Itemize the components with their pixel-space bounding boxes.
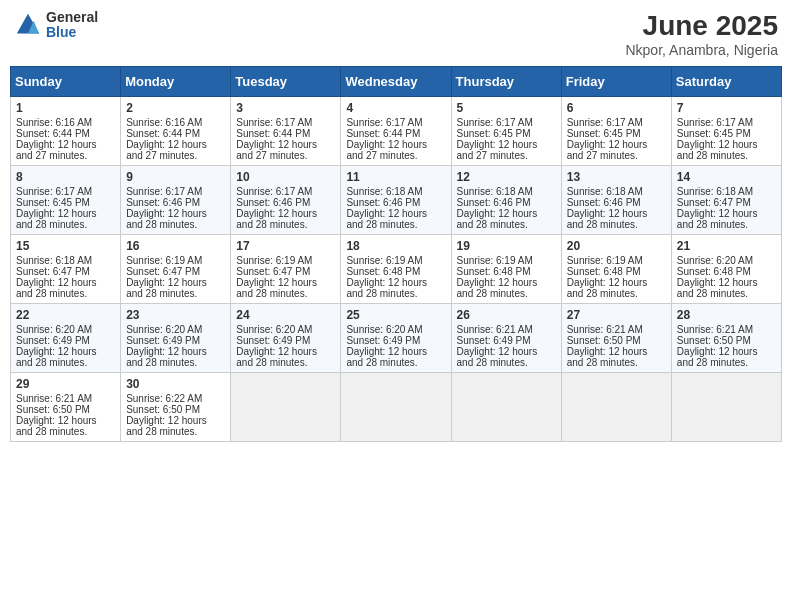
sunset-text: Sunset: 6:48 PM	[457, 266, 531, 277]
daylight-text: Daylight: 12 hours and 27 minutes.	[236, 139, 317, 161]
sunset-text: Sunset: 6:50 PM	[16, 404, 90, 415]
daylight-text: Daylight: 12 hours and 27 minutes.	[126, 139, 207, 161]
calendar-cell: 29 Sunrise: 6:21 AM Sunset: 6:50 PM Dayl…	[11, 373, 121, 442]
calendar-cell	[341, 373, 451, 442]
day-number: 13	[567, 170, 666, 184]
day-number: 29	[16, 377, 115, 391]
page-header: General Blue June 2025 Nkpor, Anambra, N…	[10, 10, 782, 58]
day-number: 11	[346, 170, 445, 184]
daylight-text: Daylight: 12 hours and 28 minutes.	[457, 346, 538, 368]
logo-icon	[14, 11, 42, 39]
day-number: 19	[457, 239, 556, 253]
calendar-cell: 19 Sunrise: 6:19 AM Sunset: 6:48 PM Dayl…	[451, 235, 561, 304]
sunset-text: Sunset: 6:47 PM	[677, 197, 751, 208]
calendar-cell: 11 Sunrise: 6:18 AM Sunset: 6:46 PM Dayl…	[341, 166, 451, 235]
sunrise-text: Sunrise: 6:21 AM	[457, 324, 533, 335]
sunrise-text: Sunrise: 6:19 AM	[126, 255, 202, 266]
sunset-text: Sunset: 6:47 PM	[236, 266, 310, 277]
sunset-text: Sunset: 6:44 PM	[236, 128, 310, 139]
day-number: 8	[16, 170, 115, 184]
sunrise-text: Sunrise: 6:17 AM	[457, 117, 533, 128]
sunset-text: Sunset: 6:50 PM	[677, 335, 751, 346]
calendar-cell	[561, 373, 671, 442]
day-number: 17	[236, 239, 335, 253]
calendar-cell: 28 Sunrise: 6:21 AM Sunset: 6:50 PM Dayl…	[671, 304, 781, 373]
sunset-text: Sunset: 6:44 PM	[16, 128, 90, 139]
sunrise-text: Sunrise: 6:18 AM	[346, 186, 422, 197]
sunset-text: Sunset: 6:47 PM	[16, 266, 90, 277]
day-number: 28	[677, 308, 776, 322]
day-header-friday: Friday	[561, 67, 671, 97]
sunset-text: Sunset: 6:49 PM	[126, 335, 200, 346]
daylight-text: Daylight: 12 hours and 28 minutes.	[236, 277, 317, 299]
daylight-text: Daylight: 12 hours and 28 minutes.	[567, 277, 648, 299]
day-number: 14	[677, 170, 776, 184]
day-number: 30	[126, 377, 225, 391]
daylight-text: Daylight: 12 hours and 28 minutes.	[677, 346, 758, 368]
sunset-text: Sunset: 6:46 PM	[346, 197, 420, 208]
daylight-text: Daylight: 12 hours and 28 minutes.	[16, 277, 97, 299]
day-number: 21	[677, 239, 776, 253]
daylight-text: Daylight: 12 hours and 28 minutes.	[236, 346, 317, 368]
daylight-text: Daylight: 12 hours and 28 minutes.	[457, 208, 538, 230]
calendar-cell: 24 Sunrise: 6:20 AM Sunset: 6:49 PM Dayl…	[231, 304, 341, 373]
sunset-text: Sunset: 6:46 PM	[567, 197, 641, 208]
day-number: 22	[16, 308, 115, 322]
sunrise-text: Sunrise: 6:18 AM	[677, 186, 753, 197]
daylight-text: Daylight: 12 hours and 28 minutes.	[346, 277, 427, 299]
sunset-text: Sunset: 6:49 PM	[457, 335, 531, 346]
sunset-text: Sunset: 6:44 PM	[126, 128, 200, 139]
daylight-text: Daylight: 12 hours and 28 minutes.	[567, 208, 648, 230]
calendar-cell	[231, 373, 341, 442]
daylight-text: Daylight: 12 hours and 28 minutes.	[126, 346, 207, 368]
daylight-text: Daylight: 12 hours and 28 minutes.	[236, 208, 317, 230]
daylight-text: Daylight: 12 hours and 28 minutes.	[126, 208, 207, 230]
sunrise-text: Sunrise: 6:21 AM	[16, 393, 92, 404]
sunset-text: Sunset: 6:45 PM	[16, 197, 90, 208]
sunset-text: Sunset: 6:46 PM	[236, 197, 310, 208]
day-number: 10	[236, 170, 335, 184]
calendar-subtitle: Nkpor, Anambra, Nigeria	[625, 42, 778, 58]
daylight-text: Daylight: 12 hours and 27 minutes.	[346, 139, 427, 161]
calendar-cell: 23 Sunrise: 6:20 AM Sunset: 6:49 PM Dayl…	[121, 304, 231, 373]
sunrise-text: Sunrise: 6:18 AM	[457, 186, 533, 197]
day-number: 4	[346, 101, 445, 115]
sunrise-text: Sunrise: 6:20 AM	[346, 324, 422, 335]
sunset-text: Sunset: 6:45 PM	[457, 128, 531, 139]
logo-blue-text: Blue	[46, 25, 98, 40]
sunrise-text: Sunrise: 6:20 AM	[126, 324, 202, 335]
sunset-text: Sunset: 6:48 PM	[567, 266, 641, 277]
sunset-text: Sunset: 6:49 PM	[346, 335, 420, 346]
sunrise-text: Sunrise: 6:20 AM	[236, 324, 312, 335]
daylight-text: Daylight: 12 hours and 28 minutes.	[346, 346, 427, 368]
daylight-text: Daylight: 12 hours and 28 minutes.	[16, 346, 97, 368]
sunset-text: Sunset: 6:46 PM	[126, 197, 200, 208]
calendar-cell: 14 Sunrise: 6:18 AM Sunset: 6:47 PM Dayl…	[671, 166, 781, 235]
daylight-text: Daylight: 12 hours and 28 minutes.	[567, 346, 648, 368]
sunrise-text: Sunrise: 6:17 AM	[677, 117, 753, 128]
daylight-text: Daylight: 12 hours and 28 minutes.	[126, 415, 207, 437]
day-number: 26	[457, 308, 556, 322]
day-header-tuesday: Tuesday	[231, 67, 341, 97]
calendar-week-2: 8 Sunrise: 6:17 AM Sunset: 6:45 PM Dayli…	[11, 166, 782, 235]
daylight-text: Daylight: 12 hours and 28 minutes.	[457, 277, 538, 299]
sunrise-text: Sunrise: 6:18 AM	[16, 255, 92, 266]
sunrise-text: Sunrise: 6:16 AM	[126, 117, 202, 128]
calendar-cell	[671, 373, 781, 442]
day-header-saturday: Saturday	[671, 67, 781, 97]
sunrise-text: Sunrise: 6:20 AM	[677, 255, 753, 266]
sunrise-text: Sunrise: 6:22 AM	[126, 393, 202, 404]
calendar-cell: 22 Sunrise: 6:20 AM Sunset: 6:49 PM Dayl…	[11, 304, 121, 373]
calendar-cell: 20 Sunrise: 6:19 AM Sunset: 6:48 PM Dayl…	[561, 235, 671, 304]
calendar-cell: 8 Sunrise: 6:17 AM Sunset: 6:45 PM Dayli…	[11, 166, 121, 235]
daylight-text: Daylight: 12 hours and 28 minutes.	[677, 139, 758, 161]
daylight-text: Daylight: 12 hours and 28 minutes.	[346, 208, 427, 230]
day-number: 27	[567, 308, 666, 322]
sunrise-text: Sunrise: 6:17 AM	[346, 117, 422, 128]
calendar-cell: 5 Sunrise: 6:17 AM Sunset: 6:45 PM Dayli…	[451, 97, 561, 166]
sunset-text: Sunset: 6:48 PM	[346, 266, 420, 277]
sunrise-text: Sunrise: 6:17 AM	[567, 117, 643, 128]
sunset-text: Sunset: 6:47 PM	[126, 266, 200, 277]
sunset-text: Sunset: 6:45 PM	[677, 128, 751, 139]
day-number: 1	[16, 101, 115, 115]
